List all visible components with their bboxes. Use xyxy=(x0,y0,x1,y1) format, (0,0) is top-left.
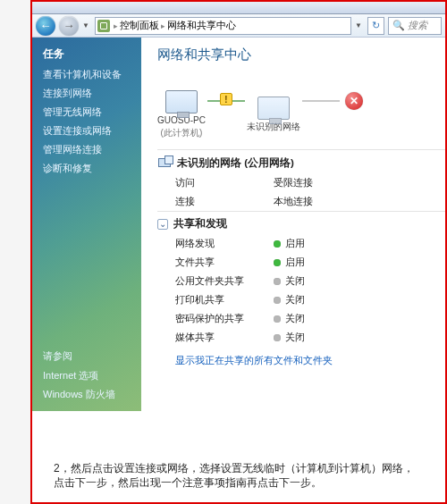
disconnected-icon: ✕ xyxy=(345,92,363,110)
diagram-link-2 xyxy=(302,100,340,102)
sidebar-link-manage-connections[interactable]: 管理网络连接 xyxy=(32,140,141,159)
refresh-button[interactable]: ↻ xyxy=(367,17,384,35)
status-dot-icon xyxy=(274,334,281,341)
diagram-link-1: ! xyxy=(207,100,245,102)
row-value: 启用 xyxy=(274,237,305,250)
sidebar-link-internet-options[interactable]: Internet 选项 xyxy=(32,366,141,385)
sidebar-link-connect[interactable]: 连接到网络 xyxy=(32,84,141,103)
diagram-this-pc: GUOSU-PC (此计算机) xyxy=(157,80,206,139)
toolbar: ← → ▼ ▸ 控制面板 ▸ 网络和共享中心 ▼ ↻ 🔍 搜索 xyxy=(32,14,445,38)
row-key: 密码保护的共享 xyxy=(175,312,274,325)
show-shared-files-link[interactable]: 显示我正在共享的所有文件和文件夹 xyxy=(157,347,445,367)
sharing-header: ⌄ 共享和发现 xyxy=(157,211,445,234)
sidebar-link-manage-wireless[interactable]: 管理无线网络 xyxy=(32,103,141,122)
control-panel-icon xyxy=(97,20,110,32)
network-small-icon xyxy=(157,155,172,170)
row-value: 关闭 xyxy=(274,293,305,307)
row-value: 本地连接 xyxy=(274,195,313,208)
sidebar-link-diagnose[interactable]: 诊断和修复 xyxy=(32,159,141,178)
search-placeholder: 搜索 xyxy=(408,19,427,32)
main-panel: 网络和共享中心 GUOSU-PC (此计算机) ! 未识别的网络 ✕ xyxy=(141,38,445,411)
network-info-row: 连接本地连接 xyxy=(157,192,445,211)
search-icon: 🔍 xyxy=(392,20,405,31)
sharing-row: 打印机共享关闭 xyxy=(157,290,445,309)
row-key: 连接 xyxy=(175,195,274,208)
row-key: 打印机共享 xyxy=(175,293,274,307)
breadcrumb[interactable]: ▸ 控制面板 ▸ 网络和共享中心 xyxy=(95,17,351,35)
diagram-unknown-network: 未识别的网络 xyxy=(247,86,300,132)
row-key: 网络发现 xyxy=(175,237,274,250)
sidebar-seealso-title: 请参阅 xyxy=(32,348,141,366)
address-dropdown[interactable]: ▼ xyxy=(355,21,362,29)
warning-icon: ! xyxy=(220,93,232,105)
sidebar-link-firewall[interactable]: Windows 防火墙 xyxy=(32,385,141,404)
breadcrumb-page[interactable]: 网络和共享中心 xyxy=(167,19,236,32)
sharing-row: 媒体共享关闭 xyxy=(157,328,445,347)
status-dot-icon xyxy=(274,240,281,248)
status-dot-icon xyxy=(274,259,281,266)
row-key: 访问 xyxy=(175,176,274,189)
chevron-right-icon: ▸ xyxy=(161,21,165,30)
sidebar: 任务 查看计算机和设备 连接到网络 管理无线网络 设置连接或网络 管理网络连接 … xyxy=(32,38,141,411)
row-key: 文件共享 xyxy=(175,256,274,269)
breadcrumb-root[interactable]: 控制面板 xyxy=(120,19,159,32)
sharing-row: 文件共享启用 xyxy=(157,253,445,272)
row-value: 启用 xyxy=(274,256,305,269)
unidentified-network-header: 未识别的网络 (公用网络) xyxy=(157,149,445,173)
search-input[interactable]: 🔍 搜索 xyxy=(388,17,442,35)
diagram-pc-sub: (此计算机) xyxy=(161,128,203,139)
chevron-right-icon: ▸ xyxy=(114,21,118,30)
row-value: 关闭 xyxy=(274,312,305,325)
row-key: 公用文件夹共享 xyxy=(175,274,274,288)
sharing-row: 网络发现启用 xyxy=(157,234,445,253)
row-value: 关闭 xyxy=(274,331,305,344)
sidebar-link-setup-connection[interactable]: 设置连接或网络 xyxy=(32,122,141,140)
row-value: 受限连接 xyxy=(274,176,313,189)
collapse-icon[interactable]: ⌄ xyxy=(157,219,168,230)
network-icon xyxy=(257,97,290,120)
instruction-caption: 2，然后点击设置连接或网络，选择设置无线临时（计算机到计算机）网络，点击下一步，… xyxy=(54,461,420,490)
window-titlebar xyxy=(32,2,445,14)
row-key: 媒体共享 xyxy=(175,331,274,344)
status-dot-icon xyxy=(274,315,281,323)
computer-icon xyxy=(165,90,198,113)
status-dot-icon xyxy=(274,278,281,285)
nav-history-dropdown[interactable]: ▼ xyxy=(82,21,89,29)
network-info-row: 访问受限连接 xyxy=(157,173,445,192)
sidebar-link-view-devices[interactable]: 查看计算机和设备 xyxy=(32,65,141,84)
forward-button[interactable]: → xyxy=(59,16,79,36)
sidebar-tasks-title: 任务 xyxy=(32,45,141,65)
row-value: 关闭 xyxy=(274,274,305,288)
sharing-row: 密码保护的共享关闭 xyxy=(157,309,445,328)
page-title: 网络和共享中心 xyxy=(157,46,445,72)
unidentified-network-title: 未识别的网络 (公用网络) xyxy=(177,156,294,170)
sharing-row: 公用文件夹共享关闭 xyxy=(157,272,445,290)
sharing-title: 共享和发现 xyxy=(173,217,227,231)
network-diagram: GUOSU-PC (此计算机) ! 未识别的网络 ✕ xyxy=(157,72,445,149)
back-button[interactable]: ← xyxy=(36,16,55,36)
status-dot-icon xyxy=(274,297,281,304)
